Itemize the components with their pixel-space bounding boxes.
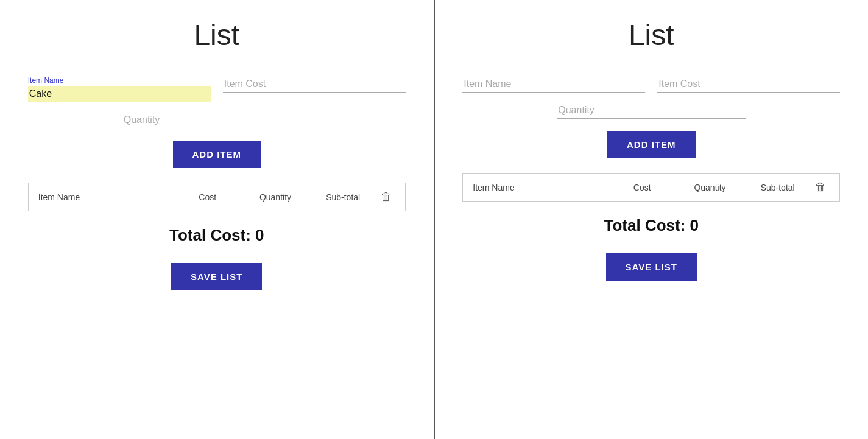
right-table: Item Name Cost Quantity Sub-total 🗑	[462, 173, 840, 202]
right-table-header: Item Name Cost Quantity Sub-total 🗑	[463, 174, 839, 201]
left-quantity-group	[122, 112, 311, 128]
right-add-item-button[interactable]: ADD ITEM	[607, 131, 696, 158]
right-quantity-input[interactable]	[557, 102, 746, 119]
left-col-quantity: Quantity	[241, 192, 309, 202]
right-save-list-button[interactable]: SAVE LIST	[606, 253, 697, 281]
left-item-cost-group	[223, 76, 406, 102]
right-total-cost: Total Cost: 0	[604, 216, 699, 235]
left-item-name-input[interactable]	[28, 86, 211, 102]
left-add-item-button[interactable]: ADD ITEM	[173, 141, 261, 168]
right-quantity-wrapper	[462, 102, 840, 119]
right-item-cost-group	[657, 76, 840, 93]
right-form: ADD ITEM Item Name Cost Quantity Sub-tot…	[462, 76, 840, 281]
left-col-cost: Cost	[174, 192, 241, 202]
right-item-name-group	[462, 76, 645, 93]
left-quantity-input[interactable]	[122, 112, 311, 128]
left-item-name-label: Item Name	[28, 76, 211, 85]
right-col-delete: 🗑	[811, 181, 830, 194]
left-form: Item Name ADD ITEM Item Name Cost Quanti…	[28, 76, 406, 290]
left-table-header: Item Name Cost Quantity Sub-total 🗑	[29, 183, 405, 211]
left-col-item-name: Item Name	[38, 192, 174, 202]
left-save-list-button[interactable]: SAVE LIST	[171, 263, 262, 290]
left-col-subtotal: Sub-total	[309, 192, 377, 202]
right-panel: List ADD ITEM Item Name Cost Quantity Su…	[435, 0, 869, 439]
right-quantity-group	[557, 102, 746, 119]
left-item-cost-input[interactable]	[223, 76, 406, 93]
left-panel-title: List	[194, 18, 239, 52]
left-trash-icon[interactable]: 🗑	[381, 191, 392, 203]
left-top-inputs: Item Name	[28, 76, 406, 102]
right-col-subtotal: Sub-total	[744, 183, 811, 192]
right-trash-icon[interactable]: 🗑	[815, 181, 826, 194]
right-col-item-name: Item Name	[473, 183, 608, 192]
left-item-name-group: Item Name	[28, 76, 211, 102]
right-col-quantity: Quantity	[676, 183, 744, 192]
left-table: Item Name Cost Quantity Sub-total 🗑	[28, 183, 406, 211]
right-top-inputs	[462, 76, 840, 93]
left-col-delete: 🗑	[377, 191, 395, 203]
right-panel-title: List	[629, 18, 674, 52]
right-col-cost: Cost	[609, 183, 676, 192]
right-item-cost-input[interactable]	[657, 76, 840, 93]
left-total-cost: Total Cost: 0	[169, 226, 264, 245]
right-item-name-input[interactable]	[462, 76, 645, 93]
left-quantity-wrapper	[28, 112, 406, 128]
left-panel: List Item Name ADD ITEM Item Name Cost Q…	[0, 0, 435, 439]
